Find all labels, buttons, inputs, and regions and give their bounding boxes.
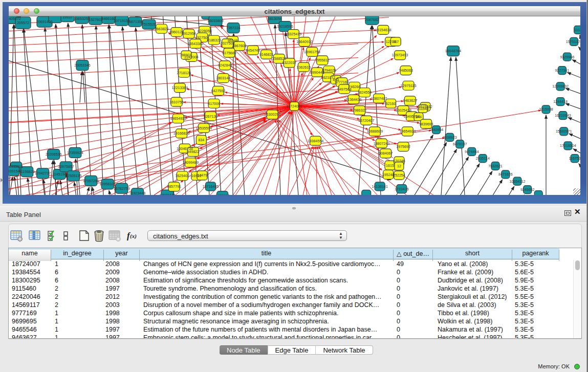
svg-text:1527602: 1527602: [89, 18, 103, 22]
svg-text:8912954: 8912954: [182, 32, 196, 36]
svg-text:417006: 417006: [208, 101, 220, 105]
svg-text:20206536: 20206536: [46, 152, 62, 157]
svg-text:3267130: 3267130: [204, 114, 218, 118]
svg-text:30975857: 30975857: [58, 165, 74, 169]
svg-text:2935114: 2935114: [476, 157, 490, 161]
svg-text:1145194: 1145194: [52, 172, 66, 177]
svg-text:1610755: 1610755: [169, 100, 184, 104]
svg-text:8813054: 8813054: [268, 17, 282, 21]
svg-text:6479197: 6479197: [453, 142, 467, 146]
svg-text:10025438: 10025438: [395, 108, 411, 113]
svg-text:13535594: 13535594: [196, 126, 212, 130]
svg-text:7663822: 7663822: [155, 27, 169, 31]
svg-text:967: 967: [393, 39, 399, 43]
svg-text:16033809: 16033809: [207, 19, 224, 23]
svg-text:16640910: 16640910: [296, 40, 313, 44]
svg-text:8427552: 8427552: [211, 89, 226, 93]
svg-text:9084067: 9084067: [379, 151, 393, 156]
svg-text:1615: 1615: [386, 163, 394, 167]
svg-text:17957255: 17957255: [83, 179, 99, 183]
svg-text:8938923: 8938923: [443, 135, 457, 139]
svg-text:8454749: 8454749: [246, 48, 260, 52]
svg-text:1588520: 1588520: [272, 57, 287, 61]
svg-text:7632621: 7632621: [488, 164, 503, 168]
svg-text:7955812: 7955812: [315, 58, 330, 62]
svg-text:7986322: 7986322: [353, 108, 367, 113]
svg-text:(x): (x): [130, 233, 137, 239]
svg-text:10653257: 10653257: [74, 17, 90, 21]
svg-text:18807249: 18807249: [374, 141, 390, 145]
svg-text:10958107: 10958107: [99, 182, 116, 186]
svg-text:9146821: 9146821: [259, 52, 274, 56]
svg-text:12: 12: [397, 164, 401, 168]
svg-text:3215938: 3215938: [539, 107, 553, 112]
svg-text:11923448: 11923448: [129, 191, 145, 195]
svg-text:14479: 14479: [197, 173, 207, 178]
svg-text:1405572: 1405572: [9, 17, 21, 21]
svg-text:9227341: 9227341: [555, 69, 570, 73]
svg-text:1733426: 1733426: [395, 187, 409, 191]
svg-text:9329966: 9329966: [560, 55, 574, 59]
svg-text:1112: 1112: [574, 28, 580, 32]
svg-text:1975692: 1975692: [396, 145, 410, 149]
svg-text:21364436: 21364436: [345, 97, 362, 101]
svg-text:15716485: 15716485: [203, 184, 219, 188]
svg-text:2803144: 2803144: [216, 76, 230, 80]
svg-text:17016504: 17016504: [560, 144, 576, 148]
svg-text:10973493: 10973493: [392, 53, 408, 57]
svg-text:1935001: 1935001: [9, 165, 24, 169]
svg-text:10688609: 10688609: [367, 129, 383, 134]
svg-text:19654923: 19654923: [400, 129, 416, 134]
svg-text:746266: 746266: [349, 84, 361, 89]
svg-text:834: 834: [198, 138, 204, 142]
svg-text:14136141: 14136141: [372, 184, 388, 188]
svg-text:16543382: 16543382: [187, 41, 204, 46]
svg-text:3824554: 3824554: [358, 91, 372, 95]
svg-text:2087682: 2087682: [365, 18, 379, 22]
svg-text:9242848: 9242848: [218, 63, 232, 68]
svg-text:844: 844: [416, 115, 422, 119]
svg-text:116753: 116753: [569, 157, 580, 161]
svg-text:9857791: 9857791: [167, 185, 181, 189]
svg-text:7357224: 7357224: [226, 26, 241, 30]
svg-text:9463627: 9463627: [403, 99, 417, 103]
svg-text:9777169: 9777169: [335, 80, 349, 84]
svg-text:9839695: 9839695: [419, 122, 433, 126]
svg-text:205572: 205572: [17, 21, 29, 25]
svg-text:939154: 939154: [9, 169, 20, 173]
svg-text:7625402: 7625402: [175, 174, 189, 178]
svg-text:12213369: 12213369: [172, 86, 188, 90]
svg-text:19218596: 19218596: [277, 25, 293, 29]
svg-text:16154638: 16154638: [375, 28, 391, 32]
svg-text:12975115: 12975115: [400, 83, 416, 87]
svg-text:15692971: 15692971: [556, 129, 572, 134]
svg-text:7515526: 7515526: [142, 23, 156, 27]
svg-text:14099489: 14099489: [183, 161, 199, 165]
svg-text:8471626: 8471626: [498, 172, 513, 177]
svg-text:20053346: 20053346: [74, 63, 91, 68]
svg-text:10654112: 10654112: [509, 179, 525, 183]
svg-text:13325419: 13325419: [286, 32, 302, 36]
svg-text:19937: 19937: [62, 16, 73, 19]
svg-text:18724007: 18724007: [286, 104, 302, 108]
svg-text:16961758: 16961758: [304, 50, 320, 54]
svg-text:949822: 949822: [187, 150, 200, 154]
svg-text:6794028: 6794028: [322, 69, 336, 73]
svg-text:12505135: 12505135: [66, 174, 82, 178]
svg-text:16782759: 16782759: [114, 186, 130, 190]
svg-text:11156829: 11156829: [19, 170, 35, 174]
svg-text:17359924: 17359924: [67, 150, 83, 155]
svg-text:5175685: 5175685: [222, 51, 236, 55]
svg-text:1244418: 1244418: [553, 100, 568, 104]
svg-text:7485063: 7485063: [399, 69, 413, 73]
svg-text:120746: 120746: [393, 159, 405, 163]
svg-text:16648764: 16648764: [445, 49, 462, 53]
svg-text:2718126: 2718126: [177, 71, 191, 75]
svg-text:252254: 252254: [393, 173, 405, 178]
svg-text:16210643: 16210643: [555, 114, 571, 118]
svg-text:12923445: 12923445: [159, 193, 176, 195]
svg-text:62160: 62160: [386, 101, 396, 105]
svg-text:9245652: 9245652: [520, 188, 535, 192]
svg-text:19654935: 19654935: [170, 117, 186, 121]
svg-text:9474444: 9474444: [465, 149, 479, 154]
